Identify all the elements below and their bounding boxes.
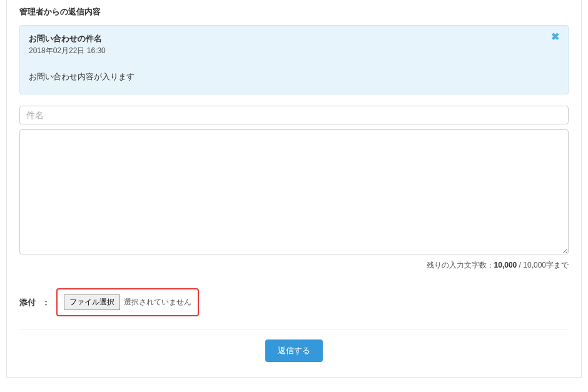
inquiry-timestamp: 2018年02月22日 16:30 — [29, 46, 559, 56]
actions-bar: 返信する — [19, 329, 569, 364]
attachment-label: 添付 — [19, 297, 36, 308]
counter-prefix: 残りの入力文字数： — [427, 261, 494, 269]
reply-panel: 管理者からの返信内容 ✖ お問い合わせの件名 2018年02月22日 16:30… — [6, 0, 582, 378]
counter-remaining: 10,000 — [494, 261, 517, 269]
inquiry-subject: お問い合わせの件名 — [29, 33, 559, 44]
counter-suffix: / 10,000字まで — [517, 261, 569, 269]
attachment-row: 添付 ： ファイル選択 選択されていません — [19, 288, 569, 316]
inquiry-body: お問い合わせ内容が入ります — [29, 71, 559, 83]
file-status: 選択されていません — [124, 297, 191, 308]
panel-body: 管理者からの返信内容 ✖ お問い合わせの件名 2018年02月22日 16:30… — [7, 0, 581, 377]
file-select-button[interactable]: ファイル選択 — [64, 294, 120, 310]
inquiry-alert: ✖ お問い合わせの件名 2018年02月22日 16:30 お問い合わせ内容が入… — [19, 25, 569, 94]
close-icon[interactable]: ✖ — [551, 32, 559, 42]
section-title: 管理者からの返信内容 — [19, 6, 569, 18]
char-counter: 残りの入力文字数：10,000 / 10,000字まで — [19, 260, 569, 271]
submit-button[interactable]: 返信する — [265, 339, 323, 362]
file-group-highlight: ファイル選択 選択されていません — [56, 288, 199, 316]
body-textarea[interactable] — [19, 129, 569, 254]
attachment-colon: ： — [42, 297, 50, 308]
subject-input[interactable] — [19, 106, 569, 124]
